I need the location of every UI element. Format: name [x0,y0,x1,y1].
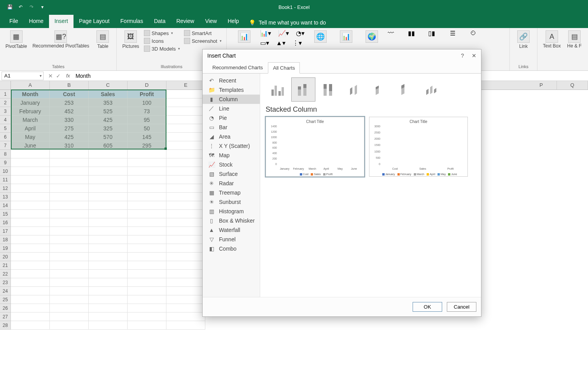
rec-pivot-button[interactable]: ▦?Recommended PivotTables [31,30,91,49]
scatter-chart-icon[interactable]: ⋮▾ [292,39,302,47]
row-header[interactable]: 22 [0,270,11,278]
cell[interactable] [11,227,50,235]
cell[interactable] [50,193,89,201]
cell[interactable]: 525 [89,107,128,116]
help-icon[interactable]: ? [461,53,464,59]
cell[interactable] [11,261,50,270]
chart-type-combo[interactable]: ◧Combo [203,244,260,253]
screenshot-button[interactable]: Screenshot▾ [183,37,222,44]
chart-type-recent[interactable]: ↶Recent [203,76,260,85]
cell[interactable] [50,210,89,218]
cell[interactable]: Cost [50,90,89,98]
cell[interactable] [166,116,205,124]
cell[interactable] [166,270,205,278]
subtype-clustered-column[interactable] [266,77,290,102]
table-button[interactable]: ▤Table [93,30,112,50]
row-header[interactable]: 13 [0,193,11,201]
cell[interactable] [128,295,166,304]
cell[interactable] [89,244,128,253]
row-header[interactable]: 23 [0,278,11,287]
qat-customize-icon[interactable]: ▾ [39,4,46,11]
cell[interactable] [166,141,205,150]
cell[interactable] [166,304,205,313]
cell[interactable] [11,235,50,244]
row-header[interactable]: 15 [0,210,11,218]
row-header[interactable]: 20 [0,253,11,261]
cell[interactable] [89,184,128,193]
row-header[interactable]: 9 [0,158,11,167]
shapes-button[interactable]: Shapes▾ [143,30,181,37]
cell[interactable] [166,235,205,244]
cell[interactable] [128,287,166,295]
sparkline-col-icon[interactable]: ▮▮ [408,30,424,40]
chart-type-histogram[interactable]: ▥Histogram [203,207,260,216]
cell[interactable] [89,167,128,176]
cell[interactable]: 275 [50,124,89,133]
row-header[interactable]: 28 [0,321,11,330]
row-header[interactable]: 6 [0,133,11,141]
pictures-button[interactable]: 🖼Pictures [121,30,140,50]
chart-type-surface[interactable]: ▧Surface [203,169,260,179]
cell[interactable] [166,133,205,141]
cell[interactable] [50,244,89,253]
cell[interactable]: May [11,133,50,141]
cell[interactable] [50,304,89,313]
cell[interactable] [11,193,50,201]
cell[interactable] [166,90,205,98]
cell[interactable] [128,253,166,261]
cell[interactable]: 325 [89,124,128,133]
chart-type-x-y-scatter-[interactable]: ⋮X Y (Scatter) [203,141,260,151]
col-chart-icon[interactable]: 📊▾ [260,30,271,37]
timeline-icon[interactable]: ⏲ [470,30,486,40]
cell[interactable] [166,261,205,270]
undo-icon[interactable]: ↶ [17,4,24,11]
cell[interactable] [128,261,166,270]
row-header[interactable]: 17 [0,227,11,235]
cell[interactable] [89,313,128,321]
chart-preview-2[interactable]: Chart Title 300025002000150010005000 Cos… [369,117,468,177]
cell[interactable] [50,167,89,176]
row-header[interactable]: 14 [0,201,11,210]
tab-help[interactable]: Help [222,15,245,28]
name-box[interactable]: A1▾ [2,72,44,80]
cancel-button[interactable]: Cancel [447,302,476,312]
chart-type-pie[interactable]: ◔Pie [203,113,260,123]
cell[interactable] [11,278,50,287]
sparkline-line-icon[interactable]: 〰 [388,30,403,40]
tab-formulas[interactable]: Formulas [115,15,149,28]
3dmodels-button[interactable]: 3D Models▾ [143,45,181,52]
cell[interactable]: 73 [128,107,166,116]
cell[interactable] [50,278,89,287]
chart-type-treemap[interactable]: ▦Treemap [203,188,260,197]
cell[interactable] [89,193,128,201]
icons-button[interactable]: Icons [143,37,181,44]
cell[interactable] [128,278,166,287]
cell[interactable] [166,107,205,116]
cell[interactable] [128,158,166,167]
row-header[interactable]: 2 [0,98,11,107]
cell[interactable] [166,313,205,321]
ok-button[interactable]: OK [413,302,442,312]
cell[interactable] [50,287,89,295]
cell[interactable] [11,304,50,313]
cell[interactable] [50,270,89,278]
sparkline-wl-icon[interactable]: ▯▮ [428,30,444,40]
cell[interactable] [166,253,205,261]
cell[interactable] [166,98,205,107]
chart-type-funnel[interactable]: ▽Funnel [203,235,260,244]
cell[interactable] [128,304,166,313]
chart-type-area[interactable]: ◢Area [203,132,260,141]
cell[interactable] [89,270,128,278]
chart-preview-1[interactable]: Chart Title 1400120010008006004002000 Ja… [266,117,364,177]
3dmap-button[interactable]: 🌍 [362,30,382,44]
row-header[interactable]: 24 [0,287,11,295]
cell[interactable] [50,321,89,330]
cell[interactable] [11,218,50,227]
cell[interactable] [166,124,205,133]
cell[interactable] [50,158,89,167]
bar-chart-icon[interactable]: ▭▾ [260,39,269,47]
row-header[interactable]: 21 [0,261,11,270]
pivotchart-button[interactable]: 📊 [336,30,356,44]
subtype-3d-stacked[interactable] [368,77,392,102]
area-chart-icon[interactable]: ▲▾ [276,39,285,47]
